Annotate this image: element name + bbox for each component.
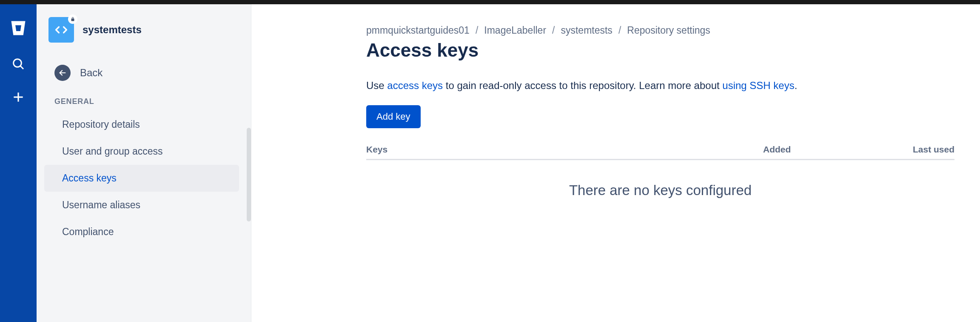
sidebar-item-access-keys[interactable]: Access keys xyxy=(44,165,239,192)
global-nav xyxy=(0,4,37,322)
breadcrumb: pmmquickstartguides01 / ImageLabeller / … xyxy=(366,25,954,36)
th-last-used: Last used xyxy=(882,144,954,155)
add-key-button[interactable]: Add key xyxy=(366,105,421,128)
repo-name: systemtests xyxy=(83,24,142,36)
breadcrumb-separator: / xyxy=(552,25,555,36)
bitbucket-logo-icon xyxy=(9,19,28,37)
link-using-ssh-keys[interactable]: using SSH keys xyxy=(722,80,794,91)
bitbucket-logo[interactable] xyxy=(8,18,28,38)
sidebar-item-label: Repository details xyxy=(62,119,140,130)
breadcrumb-project[interactable]: ImageLabeller xyxy=(484,25,546,36)
main-layout: systemtests Back GENERAL Repository deta… xyxy=(0,4,980,322)
search-icon[interactable] xyxy=(11,56,26,72)
sidebar-scrollbar[interactable] xyxy=(247,128,251,221)
main-content: pmmquickstartguides01 / ImageLabeller / … xyxy=(251,4,980,322)
page-title: Access keys xyxy=(366,40,954,61)
back-button[interactable]: Back xyxy=(37,60,251,85)
svg-line-1 xyxy=(20,66,23,69)
sidebar-item-label: User and group access xyxy=(62,146,163,157)
svg-point-0 xyxy=(14,59,22,67)
sidebar-item-label: Compliance xyxy=(62,226,114,238)
empty-state-message: There are no keys configured xyxy=(366,182,954,198)
table-header: Keys Added Last used xyxy=(366,144,954,160)
breadcrumb-separator: / xyxy=(618,25,621,36)
breadcrumb-workspace[interactable]: pmmquickstartguides01 xyxy=(366,25,470,36)
th-keys: Keys xyxy=(366,144,763,155)
sidebar-item-label: Access keys xyxy=(62,172,117,184)
breadcrumb-repo[interactable]: systemtests xyxy=(561,25,612,36)
repo-header: systemtests xyxy=(37,17,251,43)
back-label: Back xyxy=(80,67,103,79)
sidebar-item-compliance[interactable]: Compliance xyxy=(44,218,239,245)
sidebar-item-label: Username aliases xyxy=(62,199,140,211)
window-top-bar xyxy=(0,0,980,4)
sidebar-section-general: GENERAL xyxy=(37,97,251,111)
repo-icon-wrap xyxy=(48,17,74,43)
sidebar: systemtests Back GENERAL Repository deta… xyxy=(37,4,251,322)
th-added: Added xyxy=(763,144,882,155)
page-description: Use access keys to gain read-only access… xyxy=(366,80,954,92)
breadcrumb-separator: / xyxy=(476,25,478,36)
code-icon xyxy=(54,22,69,37)
back-arrow-icon xyxy=(54,65,71,81)
breadcrumb-settings[interactable]: Repository settings xyxy=(627,25,710,36)
lock-icon xyxy=(68,14,77,24)
link-access-keys[interactable]: access keys xyxy=(387,80,443,91)
sidebar-item-username-aliases[interactable]: Username aliases xyxy=(44,192,239,218)
plus-icon[interactable] xyxy=(11,89,26,105)
sidebar-item-user-group-access[interactable]: User and group access xyxy=(44,138,239,165)
sidebar-item-repository-details[interactable]: Repository details xyxy=(44,111,239,138)
